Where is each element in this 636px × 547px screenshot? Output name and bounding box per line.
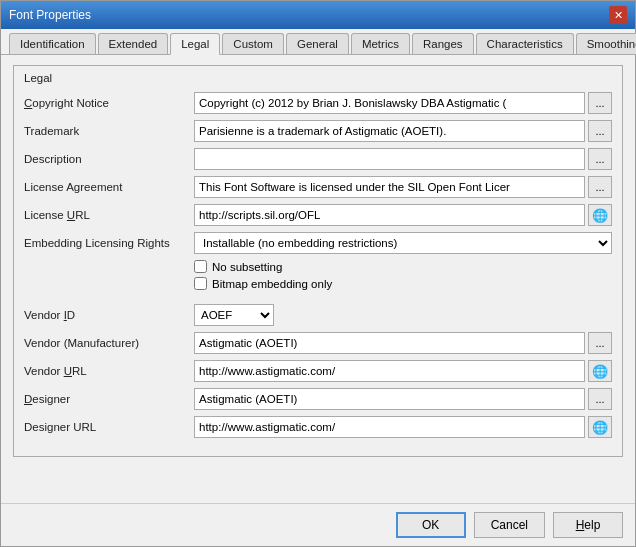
designer-url-label: Designer URL <box>24 421 194 433</box>
trademark-ellipsis-button[interactable]: ... <box>588 120 612 142</box>
cancel-button[interactable]: Cancel <box>474 512 545 538</box>
tab-identification[interactable]: Identification <box>9 33 96 54</box>
legal-group: Legal Copyright Notice ... Trademark ...… <box>13 65 623 457</box>
vendor-url-label: Vendor URL <box>24 365 194 377</box>
no-subsetting-label[interactable]: No subsetting <box>194 260 282 273</box>
embedding-select[interactable]: Installable (no embedding restrictions) <box>194 232 612 254</box>
no-subsetting-row: No subsetting <box>24 260 612 273</box>
tab-smoothing[interactable]: Smoothing <box>576 33 636 54</box>
content-area: Legal Copyright Notice ... Trademark ...… <box>1 55 635 503</box>
bitmap-only-row: Bitmap embedding only <box>24 277 612 290</box>
embedding-row: Embedding Licensing Rights Installable (… <box>24 232 612 254</box>
bitmap-only-checkbox[interactable] <box>194 277 207 290</box>
designer-url-row: Designer URL 🌐 <box>24 416 612 438</box>
vendor-id-row: Vendor ID AOEF <box>24 304 612 326</box>
designer-row: Designer ... <box>24 388 612 410</box>
vendor-id-wrap: AOEF <box>194 304 274 326</box>
footer: OK Cancel Help <box>1 503 635 546</box>
description-input[interactable] <box>194 148 585 170</box>
vendor-url-globe-button[interactable]: 🌐 <box>588 360 612 382</box>
designer-label: Designer <box>24 393 194 405</box>
tab-bar: Identification Extended Legal Custom Gen… <box>1 29 635 55</box>
designer-ellipsis-button[interactable]: ... <box>588 388 612 410</box>
designer-url-input[interactable] <box>194 416 585 438</box>
license-url-globe-button[interactable]: 🌐 <box>588 204 612 226</box>
close-button[interactable]: ✕ <box>609 6 627 24</box>
tab-legal[interactable]: Legal <box>170 33 220 55</box>
vendor-url-input[interactable] <box>194 360 585 382</box>
vendor-manufacturer-input[interactable] <box>194 332 585 354</box>
vendor-id-select[interactable]: AOEF <box>194 304 274 326</box>
vendor-id-label: Vendor ID <box>24 309 194 321</box>
tab-custom[interactable]: Custom <box>222 33 284 54</box>
copyright-ellipsis-button[interactable]: ... <box>588 92 612 114</box>
description-ellipsis-button[interactable]: ... <box>588 148 612 170</box>
vendor-url-row: Vendor URL 🌐 <box>24 360 612 382</box>
vendor-manufacturer-row: Vendor (Manufacturer) ... <box>24 332 612 354</box>
tab-ranges[interactable]: Ranges <box>412 33 474 54</box>
description-label: Description <box>24 153 194 165</box>
designer-input[interactable] <box>194 388 585 410</box>
main-window: Font Properties ✕ Identification Extende… <box>0 0 636 547</box>
tab-general[interactable]: General <box>286 33 349 54</box>
help-button[interactable]: Help <box>553 512 623 538</box>
designer-url-globe-button[interactable]: 🌐 <box>588 416 612 438</box>
ok-button[interactable]: OK <box>396 512 466 538</box>
description-row: Description ... <box>24 148 612 170</box>
bitmap-only-label[interactable]: Bitmap embedding only <box>194 277 332 290</box>
vendor-manufacturer-label: Vendor (Manufacturer) <box>24 337 194 349</box>
trademark-label: Trademark <box>24 125 194 137</box>
license-url-input[interactable] <box>194 204 585 226</box>
copyright-input[interactable] <box>194 92 585 114</box>
tab-metrics[interactable]: Metrics <box>351 33 410 54</box>
vendor-manufacturer-ellipsis-button[interactable]: ... <box>588 332 612 354</box>
license-agreement-ellipsis-button[interactable]: ... <box>588 176 612 198</box>
license-agreement-row: License Agreement ... <box>24 176 612 198</box>
license-agreement-input[interactable] <box>194 176 585 198</box>
tab-extended[interactable]: Extended <box>98 33 169 54</box>
embedding-label: Embedding Licensing Rights <box>24 237 194 249</box>
license-url-row: License URL 🌐 <box>24 204 612 226</box>
copyright-label: Copyright Notice <box>24 97 194 109</box>
trademark-row: Trademark ... <box>24 120 612 142</box>
title-bar: Font Properties ✕ <box>1 1 635 29</box>
group-label: Legal <box>24 72 612 84</box>
license-agreement-label: License Agreement <box>24 181 194 193</box>
copyright-row: Copyright Notice ... <box>24 92 612 114</box>
license-url-label: License URL <box>24 209 194 221</box>
no-subsetting-checkbox[interactable] <box>194 260 207 273</box>
trademark-input[interactable] <box>194 120 585 142</box>
window-title: Font Properties <box>9 8 91 22</box>
tab-characteristics[interactable]: Characteristics <box>476 33 574 54</box>
